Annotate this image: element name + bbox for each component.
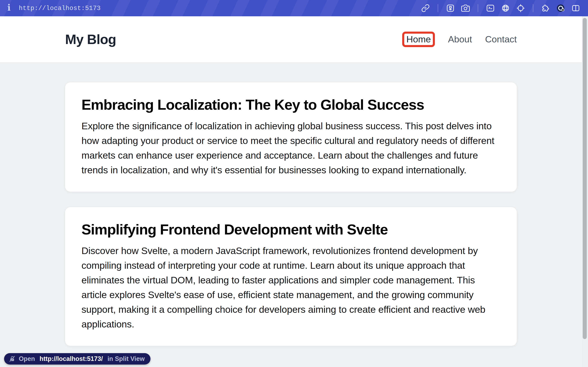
post-card-svelte[interactable]: Simplifying Frontend Development with Sv…: [65, 207, 517, 346]
locate-button[interactable]: [516, 3, 526, 13]
globe-icon: [501, 4, 510, 12]
site-header: My Blog Home About Contact: [0, 16, 582, 63]
browser-toolbar: i http://localhost:5173: [0, 0, 588, 16]
nav-item-home[interactable]: Home: [402, 32, 435, 47]
tooltip-url: http://localhost:5173/: [40, 355, 103, 363]
post-title: Simplifying Frontend Development with Sv…: [81, 221, 501, 238]
nav-item-contact[interactable]: Contact: [485, 34, 517, 45]
content-area: Embracing Localization: The Key to Globa…: [0, 63, 582, 367]
capture-image-button[interactable]: [445, 3, 455, 13]
password-manager-button[interactable]: [556, 3, 566, 13]
extensions-button[interactable]: [541, 3, 550, 13]
globe-button[interactable]: [501, 3, 510, 13]
link-icon: [421, 4, 430, 12]
scrollbar-thumb[interactable]: [583, 18, 587, 339]
tooltip-suffix: in Split View: [106, 355, 145, 363]
toolbar-separator: [478, 4, 478, 12]
onepassword-icon: [556, 4, 565, 12]
toolbar-url-area: i http://localhost:5173: [7, 4, 101, 12]
site-title: My Blog: [65, 32, 116, 47]
post-title: Embracing Localization: The Key to Globa…: [81, 97, 501, 113]
post-excerpt: Explore the significance of localization…: [81, 119, 501, 177]
toolbar-separator: [533, 4, 533, 12]
extension-puzzle-icon: [541, 4, 550, 12]
nav-item-about[interactable]: About: [448, 34, 472, 45]
post-card-localization[interactable]: Embracing Localization: The Key to Globa…: [65, 82, 517, 192]
split-view-button[interactable]: [571, 3, 581, 13]
copy-link-button[interactable]: [421, 3, 430, 13]
status-tooltip: Open http://localhost:5173/ in Split Vie…: [4, 353, 150, 365]
camera-icon: [461, 4, 470, 12]
split-view-icon: [571, 4, 580, 12]
main-nav: Home About Contact: [402, 32, 517, 47]
info-icon[interactable]: i: [7, 3, 11, 12]
web-page: My Blog Home About Contact Embracing Loc…: [0, 16, 582, 367]
scrollbar-track[interactable]: [582, 16, 588, 367]
crosshair-icon: [516, 4, 525, 12]
post-excerpt: Discover how Svelte, a modern JavaScript…: [81, 243, 501, 332]
screenshot-button[interactable]: [461, 3, 470, 13]
image-flower-icon: [446, 4, 455, 12]
toolbar-actions: [421, 3, 581, 13]
url-text[interactable]: http://localhost:5173: [19, 5, 101, 12]
toolbar-separator: [438, 4, 438, 12]
tooltip-prefix: Open: [19, 355, 37, 363]
terminal-button[interactable]: [485, 3, 495, 13]
insecure-lock-icon: [9, 355, 16, 363]
terminal-icon: [486, 4, 495, 12]
